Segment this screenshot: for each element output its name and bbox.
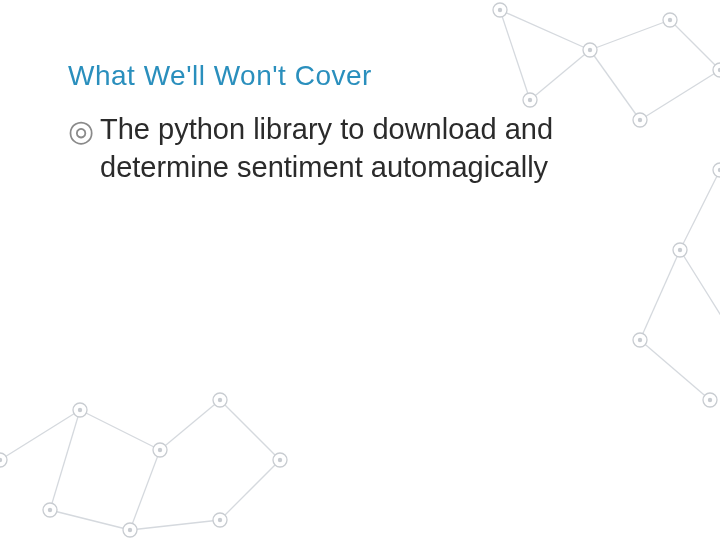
svg-line-19 <box>680 170 720 250</box>
svg-point-18 <box>528 98 532 102</box>
bullet-target-icon: ◎ <box>68 112 94 150</box>
svg-point-44 <box>73 403 87 417</box>
network-decoration-right <box>620 160 720 420</box>
svg-line-39 <box>220 400 280 460</box>
svg-point-31 <box>703 393 717 407</box>
svg-point-17 <box>523 93 537 107</box>
svg-point-12 <box>668 18 672 22</box>
svg-point-49 <box>48 508 52 512</box>
svg-line-3 <box>670 20 720 70</box>
svg-line-20 <box>680 250 720 330</box>
svg-point-7 <box>493 3 507 17</box>
svg-line-35 <box>50 410 80 510</box>
svg-line-38 <box>50 510 130 530</box>
svg-line-36 <box>160 400 220 450</box>
svg-point-32 <box>708 398 712 402</box>
svg-point-25 <box>673 243 687 257</box>
slide-title: What We'll Won't Cover <box>68 60 660 92</box>
svg-point-30 <box>638 338 642 342</box>
svg-point-47 <box>158 448 162 452</box>
svg-point-48 <box>43 503 57 517</box>
svg-point-56 <box>213 513 227 527</box>
svg-point-51 <box>218 398 222 402</box>
svg-point-26 <box>678 248 682 252</box>
svg-point-52 <box>123 523 137 537</box>
svg-point-9 <box>583 43 597 57</box>
svg-point-15 <box>713 63 720 77</box>
svg-line-21 <box>640 250 680 340</box>
svg-point-10 <box>588 48 592 52</box>
svg-point-42 <box>0 453 7 467</box>
svg-point-50 <box>213 393 227 407</box>
bullet-item: ◎ The python library to download and det… <box>68 110 660 186</box>
slide: What We'll Won't Cover ◎ The python libr… <box>0 0 720 540</box>
svg-line-41 <box>220 460 280 520</box>
svg-point-54 <box>273 453 287 467</box>
network-decoration-bottom-left <box>0 370 290 540</box>
svg-point-43 <box>0 458 2 462</box>
svg-point-53 <box>128 528 132 532</box>
svg-point-11 <box>663 13 677 27</box>
svg-point-29 <box>633 333 647 347</box>
svg-point-55 <box>278 458 282 462</box>
svg-point-8 <box>498 8 502 12</box>
svg-line-22 <box>640 340 710 400</box>
svg-point-46 <box>153 443 167 457</box>
svg-line-1 <box>590 20 670 50</box>
bullet-text: The python library to download and deter… <box>100 110 640 186</box>
svg-point-45 <box>78 408 82 412</box>
svg-point-23 <box>713 163 720 177</box>
svg-line-34 <box>80 410 160 450</box>
svg-line-33 <box>0 410 80 460</box>
svg-line-40 <box>130 520 220 530</box>
svg-line-0 <box>500 10 590 50</box>
svg-point-57 <box>218 518 222 522</box>
svg-line-37 <box>130 450 160 530</box>
